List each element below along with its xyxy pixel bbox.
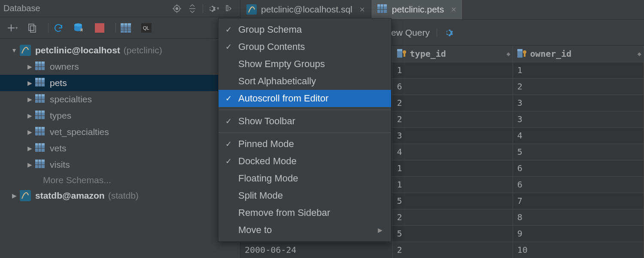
svg-rect-11 [30,26,36,32]
menu-item[interactable]: Move to ▶ [219,221,391,239]
chevron-right-icon[interactable]: ▶ [24,96,35,103]
foreign-key-icon [517,49,527,58]
hide-icon[interactable] [223,3,235,15]
table-file-icon [377,4,388,15]
svg-rect-44 [35,127,45,129]
checkmark-icon: ✓ [225,117,238,126]
table-node[interactable]: ▶ pets [0,75,240,91]
table-icon [35,160,46,170]
stop-icon[interactable] [92,21,107,35]
menu-item[interactable]: Split Mode [219,187,391,204]
table-icon [35,143,46,154]
menu-item[interactable]: ✓ Group Contents [219,38,391,55]
menu-item-label: Sort Alphabetically [238,76,316,87]
menu-item[interactable]: Floating Mode [219,170,391,187]
editor-tab[interactable]: petclinic.pets ✕ [371,0,463,19]
checkmark-icon: ✓ [225,157,238,166]
menu-item-label: Group Contents [238,41,305,52]
chevron-right-icon[interactable]: ▶ [24,63,35,70]
menu-item-label: Group Schema [238,24,302,35]
svg-rect-58 [20,190,31,201]
column-header[interactable]: type_id ◆ [392,46,513,62]
svg-rect-39 [35,111,45,113]
table-view-icon[interactable] [118,21,133,35]
menu-item-label: Autoscroll from Editor [238,93,328,104]
foreign-key-icon [397,49,407,58]
menu-item[interactable]: Sort Alphabetically [219,73,391,90]
gear-icon[interactable] [444,28,453,37]
chevron-right-icon[interactable]: ▶ [24,80,35,86]
table-node[interactable]: ▶ types [0,108,240,124]
svg-rect-59 [246,4,257,15]
svg-rect-49 [35,143,45,145]
menu-item[interactable]: ✓ Autoscroll from Editor [219,90,391,107]
database-node[interactable]: ▶ statdb@amazon (statdb) [0,187,240,204]
database-node[interactable]: ▼ petclinic@localhost (petclinic) [0,42,240,58]
database-toolbar: ▾ [0,17,240,39]
editor-tabs: petclinic@localhost.sql ✕ petclinic.pets… [240,0,644,20]
svg-rect-72 [397,49,402,51]
menu-item-label: Show Toolbar [238,116,295,127]
svg-text:QL: QL [143,25,149,31]
column-header[interactable]: owner_id ◆ [513,46,644,62]
checkmark-icon: ✓ [225,42,238,52]
checkmark-icon: ✓ [225,25,238,34]
menu-item-label: Docked Mode [238,156,297,167]
svg-rect-7 [226,6,228,11]
chevron-right-icon[interactable]: ▶ [24,145,35,152]
svg-point-1 [176,7,178,9]
menu-item[interactable]: ✓ Docked Mode [219,153,391,170]
table-icon [35,111,46,121]
chevron-right-icon[interactable]: ▶ [24,161,35,168]
svg-rect-34 [35,94,45,96]
table-row[interactable]: 2000-06-24 2 10 [240,242,644,258]
svg-rect-29 [35,78,45,80]
close-tab-icon[interactable]: ✕ [451,6,456,14]
mysql-icon [20,45,31,56]
panel-title: Database [3,3,40,13]
submenu-arrow-icon: ▶ [378,227,383,233]
chevron-right-icon[interactable]: ▶ [9,192,20,199]
chevron-right-icon[interactable]: ▶ [24,129,35,135]
table-icon [35,61,46,72]
table-node[interactable]: ▶ visits [0,157,240,173]
open-console-icon[interactable]: QL [139,21,154,35]
table-node[interactable]: ▶ owners [0,58,240,75]
menu-item[interactable]: Show Empty Groups [219,55,391,73]
menu-item[interactable]: ✓ Group Schema [219,21,391,38]
target-icon[interactable] [171,3,183,15]
datasource-properties-icon[interactable] [72,21,86,35]
close-tab-icon[interactable]: ✕ [359,6,365,14]
menu-item[interactable]: ✓ Pinned Mode [219,135,391,153]
chevron-down-icon[interactable]: ▼ [9,47,20,54]
checkmark-icon: ✓ [225,94,238,103]
copy-icon[interactable] [25,21,39,35]
add-button[interactable]: ▾ [4,21,19,35]
svg-rect-15 [121,23,131,25]
menu-item[interactable]: ✓ Show Toolbar [219,113,391,130]
menu-item[interactable]: Remove from Sidebar [219,204,391,221]
svg-point-13 [74,23,82,26]
editor-tab[interactable]: petclinic@localhost.sql ✕ [240,0,371,19]
menu-item-label: Remove from Sidebar [238,207,330,218]
gear-icon[interactable]: ▾ [207,3,219,15]
refresh-icon[interactable] [51,21,66,35]
menu-item-label: Move to [238,224,272,236]
more-schemas[interactable]: More Schemas... [0,173,240,187]
table-node[interactable]: ▶ vet_specialties [0,124,240,140]
menu-item-label: Show Empty Groups [238,58,325,70]
database-tree[interactable]: ▼ petclinic@localhost (petclinic) ▶ owne… [0,39,240,204]
table-node[interactable]: ▶ specialties [0,91,240,108]
checkmark-icon: ✓ [225,139,238,149]
svg-rect-22 [20,45,31,56]
menu-separator [219,132,391,133]
svg-rect-24 [35,61,45,64]
tool-window-settings-menu: ✓ Group Schema ✓ Group Contents Show Emp… [218,18,392,242]
table-icon [35,127,46,137]
sort-icon[interactable]: ◆ [638,51,641,56]
sort-icon[interactable]: ◆ [507,51,510,56]
expand-collapse-icon[interactable] [186,3,198,15]
menu-item-label: Split Mode [238,190,283,201]
table-node[interactable]: ▶ vets [0,140,240,157]
chevron-right-icon[interactable]: ▶ [24,112,35,119]
